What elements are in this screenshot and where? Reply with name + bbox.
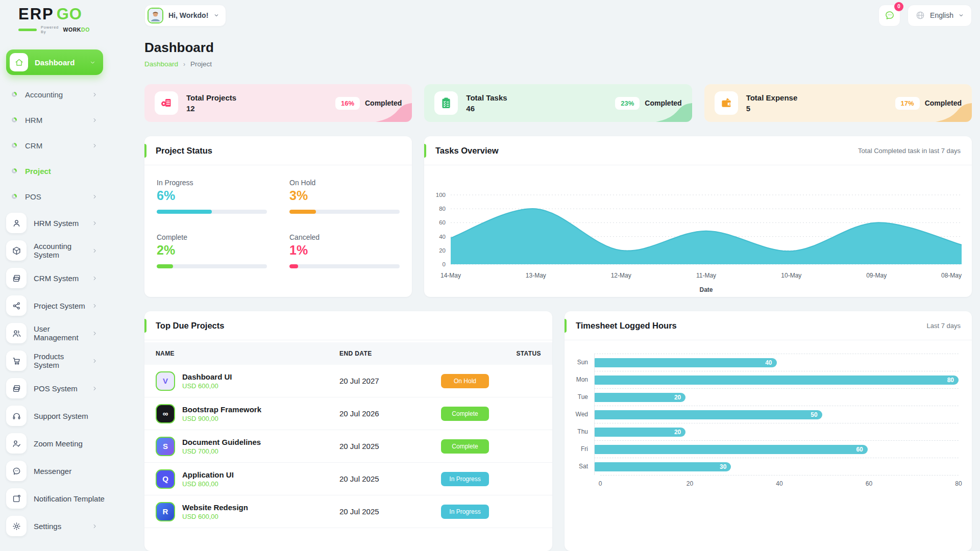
- stat-title: Total Expense: [746, 93, 798, 102]
- metric-progress-fill: [289, 210, 316, 214]
- breadcrumb: Dashboard › Project: [144, 60, 972, 68]
- stat-value: 12: [186, 104, 236, 113]
- users-icon: [12, 329, 21, 338]
- sidebar-item-pos[interactable]: POS: [0, 186, 108, 207]
- bar-track: 50: [594, 406, 959, 423]
- template-icon-box: [6, 488, 27, 509]
- app-logo[interactable]: ERP GO Powered By WORK DO: [18, 6, 90, 34]
- notifications-button[interactable]: 0: [878, 5, 900, 27]
- cube-icon-box: [6, 240, 27, 261]
- sidebar-item-settings[interactable]: Settings: [0, 515, 108, 537]
- bar-sat: 30: [595, 462, 731, 471]
- stats-row: Total Projects1216%CompletedTotal Tasks4…: [144, 84, 972, 122]
- metric-percent: 6%: [157, 188, 267, 203]
- bullet-icon: [12, 117, 17, 122]
- sidebar-item-project[interactable]: Project: [0, 161, 108, 181]
- sidebar-item-zoom-meeting[interactable]: Zoom Meeting: [0, 432, 108, 455]
- sidebar-item-label: Project: [25, 167, 51, 176]
- globe-icon: [915, 10, 925, 20]
- bullet-icon: [12, 143, 17, 148]
- cart-icon: [12, 356, 21, 366]
- svg-text:11-May: 11-May: [696, 272, 716, 279]
- sidebar-item-support-system[interactable]: Support System: [0, 405, 108, 427]
- table-row-website-redesign[interactable]: RWebsite RedesignUSD 600,0020 Jul 2025In…: [144, 495, 552, 528]
- table-row-dashboard-ui[interactable]: VDashboard UIUSD 600,0020 Jul 2027On Hol…: [144, 365, 552, 397]
- home-icon: [14, 58, 24, 67]
- sidebar-item-project-system[interactable]: Project System: [0, 294, 108, 317]
- sidebar-item-crm[interactable]: CRM: [0, 135, 108, 156]
- metric-label: On Hold: [289, 179, 400, 187]
- metric-progressbar: [289, 264, 400, 268]
- bar-value-label: 80: [947, 377, 959, 384]
- projects-icon-box: [155, 91, 178, 115]
- bar-category-label: Sun: [572, 359, 594, 366]
- sidebar-item-notification-template[interactable]: Notification Template: [0, 487, 108, 510]
- sidebar-item-label: Support System: [34, 412, 88, 420]
- chevron-right-icon: [91, 91, 98, 98]
- table-row-document-guidelines[interactable]: SDocument GuidelinesUSD 700,0020 Jul 202…: [144, 430, 552, 463]
- bar-wed: 50: [595, 410, 822, 419]
- sidebar-item-crm-system[interactable]: CRM System: [0, 267, 108, 289]
- bar-value-label: 20: [674, 429, 685, 436]
- breadcrumb-dashboard-link[interactable]: Dashboard: [144, 60, 178, 68]
- language-selector[interactable]: English: [908, 5, 972, 27]
- sidebar-item-hrm-system[interactable]: HRM System: [0, 212, 108, 234]
- sidebar-item-label: Accounting: [25, 90, 63, 99]
- stat-title: Total Tasks: [466, 93, 507, 102]
- sidebar-item-label: Products System: [34, 352, 91, 369]
- sidebar-item-user-management[interactable]: User Management: [0, 322, 108, 344]
- svg-text:100: 100: [436, 192, 446, 198]
- sidebar-item-accounting-system[interactable]: Accounting System: [0, 239, 108, 262]
- sidebar-item-label: User Management: [34, 324, 91, 342]
- sidebar-item-label: Dashboard: [35, 58, 75, 67]
- breadcrumb-current: Project: [190, 60, 212, 68]
- column-header-status: STATUS: [434, 350, 541, 357]
- card-icon-box: [6, 378, 27, 398]
- sidebar-item-label: Accounting System: [34, 242, 91, 259]
- project-name: Document Guidelines: [182, 438, 261, 446]
- project-logo-icon: V: [156, 371, 175, 391]
- project-logo-icon: S: [156, 437, 175, 456]
- sidebar-item-dashboard[interactable]: Dashboard: [6, 49, 103, 75]
- bar-category-label: Mon: [572, 376, 594, 383]
- tasks-overview-chart: 02040608010014-May13-May12-May11-May10-M…: [426, 165, 970, 297]
- table-row-bootstrap-framework[interactable]: ∞Bootstrap FrameworkUSD 900,0020 Jul 202…: [144, 397, 552, 430]
- bar-category-label: Thu: [572, 428, 594, 435]
- sidebar-item-accounting[interactable]: Accounting: [0, 84, 108, 105]
- column-header-name: NAME: [156, 350, 339, 357]
- sidebar-item-products-system[interactable]: Products System: [0, 349, 108, 372]
- page-title: Dashboard: [144, 40, 972, 56]
- logo-text-go: GO: [57, 6, 82, 22]
- bar-category-label: Wed: [572, 411, 594, 418]
- user-check-icon-box: [6, 433, 27, 454]
- sidebar-item-label: POS System: [34, 384, 78, 393]
- card-accent-bar: [144, 319, 146, 333]
- user-menu-button[interactable]: Hi, Workdo!: [144, 5, 226, 27]
- bar-row-mon: Mon80: [572, 371, 959, 388]
- user-icon-box: [6, 213, 27, 233]
- bar-thu: 20: [595, 428, 685, 437]
- chevron-down-icon: [89, 59, 96, 66]
- chevron-right-icon: [91, 275, 98, 282]
- projects-table-header: NAME END DATE STATUS: [144, 342, 552, 365]
- project-name: Website Redesign: [182, 503, 248, 512]
- sidebar-item-messenger[interactable]: Messenger: [0, 460, 108, 482]
- project-logo-icon: R: [156, 502, 175, 521]
- card-accent-bar: [424, 144, 426, 158]
- status-metric-on-hold: On Hold3%: [289, 179, 400, 214]
- timesheet-chart: Sun40Mon80Tue20Wed50Thu20Fri60Sat3002040…: [565, 340, 972, 492]
- tasks-overview-title: Tasks Overview: [435, 146, 499, 156]
- avatar-image: [149, 9, 162, 22]
- svg-text:12-May: 12-May: [611, 272, 631, 279]
- project-amount: USD 900,00: [182, 415, 261, 422]
- bar-value-label: 30: [720, 463, 731, 470]
- sidebar-item-hrm[interactable]: HRM: [0, 110, 108, 130]
- sidebar-item-pos-system[interactable]: POS System: [0, 377, 108, 399]
- project-logo-icon: ∞: [156, 404, 175, 423]
- project-name: Bootstrap Framework: [182, 405, 261, 414]
- sidebar-item-label: Messenger: [34, 467, 71, 475]
- project-end-date: 20 Jul 2026: [339, 409, 434, 418]
- top-due-projects-card: Top Due Projects NAME END DATE STATUS VD…: [144, 311, 552, 551]
- table-row-application-ui[interactable]: QApplication UIUSD 800,0020 Jul 2025In P…: [144, 463, 552, 495]
- projects-icon: [160, 96, 173, 110]
